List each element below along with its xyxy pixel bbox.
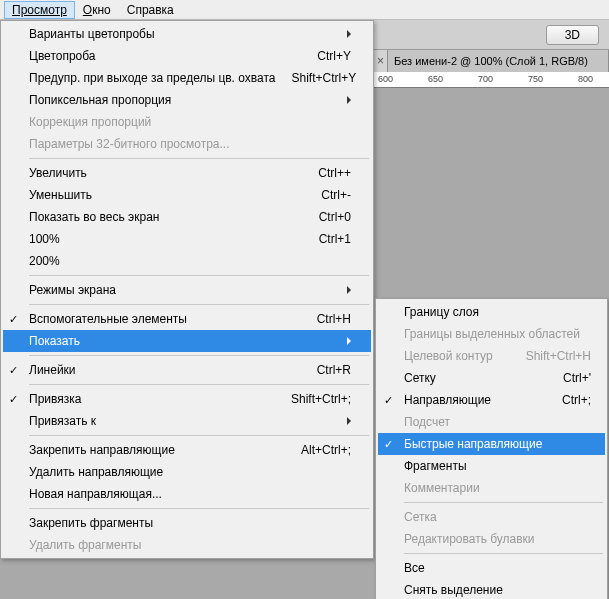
menu-snap[interactable]: ✓ПривязкаShift+Ctrl+; (3, 388, 371, 410)
document-tab-2[interactable]: Без имени-2 @ 100% (Слой 1, RGB/8) (388, 50, 609, 72)
menu-pixel-aspect[interactable]: Попиксельная пропорция (3, 89, 371, 111)
menu-view[interactable]: Просмотр (4, 1, 75, 19)
submenu-all[interactable]: Все (378, 557, 605, 579)
menu-fit-screen[interactable]: Показать во весь экранCtrl+0 (3, 206, 371, 228)
menu-zoom-in[interactable]: УвеличитьCtrl++ (3, 162, 371, 184)
separator (404, 553, 603, 554)
menu-lock-guides[interactable]: Закрепить направляющиеAlt+Ctrl+; (3, 439, 371, 461)
check-icon: ✓ (384, 394, 393, 407)
submenu-edit-pins: Редактировать булавки (378, 528, 605, 550)
separator (29, 355, 369, 356)
tab-title: Без имени-2 @ 100% (Слой 1, RGB/8) (394, 55, 588, 67)
separator (29, 304, 369, 305)
check-icon: ✓ (384, 438, 393, 451)
ruler-tick: 800 (578, 74, 593, 84)
separator (29, 275, 369, 276)
ruler-tick: 750 (528, 74, 543, 84)
separator (29, 158, 369, 159)
ruler-tick: 650 (428, 74, 443, 84)
menu-proof-setup[interactable]: Варианты цветопробы (3, 23, 371, 45)
menu-show[interactable]: Показать (3, 330, 371, 352)
menu-32bit-preview: Параметры 32-битного просмотра... (3, 133, 371, 155)
submenu-layer-edges[interactable]: Границу слоя (378, 301, 605, 323)
submenu-notes: Комментарии (378, 477, 605, 499)
submenu-guides[interactable]: ✓НаправляющиеCtrl+; (378, 389, 605, 411)
horizontal-ruler: 600 650 700 750 800 (374, 72, 609, 88)
menu-screen-mode[interactable]: Режимы экрана (3, 279, 371, 301)
toolbar: ▮◂ 3D (374, 20, 609, 50)
menu-100pct[interactable]: 100%Ctrl+1 (3, 228, 371, 250)
separator (404, 502, 603, 503)
menu-gamut-warning[interactable]: Предупр. при выходе за пределы цв. охват… (3, 67, 371, 89)
check-icon: ✓ (9, 313, 18, 326)
menu-200pct[interactable]: 200% (3, 250, 371, 272)
separator (29, 384, 369, 385)
submenu-grid[interactable]: СеткуCtrl+' (378, 367, 605, 389)
menubar: Просмотр Окно Справка (0, 0, 609, 20)
submenu-none[interactable]: Снять выделение (378, 579, 605, 599)
submenu-slices[interactable]: Фрагменты (378, 455, 605, 477)
menu-extras[interactable]: ✓Вспомогательные элементыCtrl+H (3, 308, 371, 330)
check-icon: ✓ (9, 393, 18, 406)
ruler-tick: 600 (378, 74, 393, 84)
submenu-grid2: Сетка (378, 506, 605, 528)
show-submenu: Границу слоя Границы выделенных областей… (375, 298, 608, 599)
chevron-right-icon (347, 337, 351, 345)
submenu-selection-edges: Границы выделенных областей (378, 323, 605, 345)
menu-snap-to[interactable]: Привязать к (3, 410, 371, 432)
chevron-right-icon (347, 286, 351, 294)
menu-help[interactable]: Справка (119, 1, 182, 19)
ruler-tick: 700 (478, 74, 493, 84)
3d-button[interactable]: 3D (546, 25, 599, 45)
menu-zoom-out[interactable]: УменьшитьCtrl+- (3, 184, 371, 206)
chevron-right-icon (347, 30, 351, 38)
document-tab-1[interactable]: × (374, 50, 388, 72)
view-menu: Варианты цветопробы ЦветопробаCtrl+Y Пре… (0, 20, 374, 559)
submenu-target-path: Целевой контурShift+Ctrl+H (378, 345, 605, 367)
menu-clear-slices: Удалить фрагменты (3, 534, 371, 556)
menu-lock-slices[interactable]: Закрепить фрагменты (3, 512, 371, 534)
menu-window[interactable]: Окно (75, 1, 119, 19)
menu-proof-colors[interactable]: ЦветопробаCtrl+Y (3, 45, 371, 67)
document-tabs: × Без имени-2 @ 100% (Слой 1, RGB/8) (374, 50, 609, 72)
menu-new-guide[interactable]: Новая направляющая... (3, 483, 371, 505)
submenu-smart-guides[interactable]: ✓Быстрые направляющие (378, 433, 605, 455)
check-icon: ✓ (9, 364, 18, 377)
chevron-right-icon (347, 417, 351, 425)
submenu-count: Подсчет (378, 411, 605, 433)
separator (29, 435, 369, 436)
chevron-right-icon (347, 96, 351, 104)
menu-rulers[interactable]: ✓ЛинейкиCtrl+R (3, 359, 371, 381)
separator (29, 508, 369, 509)
menu-proportion-correction: Коррекция пропорций (3, 111, 371, 133)
close-icon[interactable]: × (377, 54, 384, 68)
menu-clear-guides[interactable]: Удалить направляющие (3, 461, 371, 483)
